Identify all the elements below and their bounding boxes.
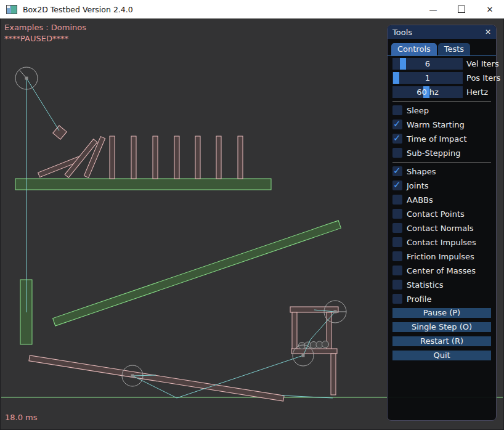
checkbox-row-contact-impulses[interactable]: Contact Impulses [392, 237, 491, 247]
checkbox-label: Shapes [407, 167, 436, 176]
checkbox-row-joints[interactable]: Joints [392, 181, 491, 190]
slider-row-hertz: 60 hzHertz [392, 86, 491, 98]
checkbox-friction-impulses[interactable] [392, 251, 402, 261]
checkbox-row-center-of-masses[interactable]: Center of Masses [392, 266, 491, 275]
window-controls: — ✕ [419, 0, 504, 18]
checkbox-row-time-of-impact[interactable]: Time of Impact [392, 134, 491, 144]
slider-row-vel-iters: 6Vel Iters [392, 58, 491, 70]
tools-close-icon[interactable]: ✕ [485, 28, 491, 36]
joint-anchor [131, 375, 134, 378]
checkbox-profile[interactable] [392, 294, 402, 304]
checkbox-label: Time of Impact [407, 134, 467, 144]
app-icon [6, 5, 17, 14]
standing-domino[interactable] [131, 136, 136, 179]
standing-domino[interactable] [238, 136, 243, 179]
checkbox-row-contact-points[interactable]: Contact Points [392, 209, 491, 219]
standing-domino[interactable] [110, 136, 115, 179]
tab-bar: ControlsTests [388, 39, 496, 56]
checkbox-time-of-impact[interactable] [392, 134, 402, 144]
slider-value: 6 [392, 58, 463, 70]
shelf-ball[interactable] [322, 341, 329, 348]
checkbox-label: Sub-Stepping [407, 148, 460, 158]
slider-value: 60 hz [392, 86, 463, 98]
tab-controls[interactable]: Controls [391, 43, 437, 55]
checkbox-warm-starting[interactable] [392, 120, 402, 129]
checkbox-contact-impulses[interactable] [392, 237, 402, 247]
checkbox-label: Center of Masses [407, 266, 476, 275]
quit-button[interactable]: Quit [392, 351, 491, 360]
tools-panel-title: Tools [392, 28, 412, 37]
joint-anchor [25, 77, 28, 80]
window-title: Box2D Testbed Version 2.4.0 [23, 5, 133, 14]
checkbox-sub-stepping[interactable] [392, 148, 402, 158]
standing-domino[interactable] [153, 136, 158, 179]
app-window: Box2D Testbed Version 2.4.0 — ✕ Examples… [0, 0, 504, 430]
checkbox-label: Friction Impulses [407, 252, 474, 261]
checkbox-shapes[interactable] [392, 166, 402, 176]
checkbox-row-warm-starting[interactable]: Warm Starting [392, 120, 491, 129]
checkbox-label: AABBs [407, 195, 433, 205]
checkbox-label: Warm Starting [407, 120, 465, 129]
checkbox-row-profile[interactable]: Profile [392, 294, 491, 304]
checkbox-sleep[interactable] [392, 105, 402, 115]
frame-lower-post[interactable] [331, 354, 336, 395]
single-step-o-button[interactable]: Single Step (O) [392, 322, 491, 332]
frame-shelf[interactable] [291, 349, 337, 354]
joint-anchor [334, 310, 337, 314]
joint-anchor [302, 354, 305, 357]
restart-r-button[interactable]: Restart (R) [392, 336, 491, 346]
checkbox-label: Contact Normals [407, 224, 474, 233]
checkbox-row-aabbs[interactable]: AABBs [392, 195, 491, 205]
separator [392, 162, 491, 163]
checkbox-label: Profile [407, 294, 431, 304]
joint-line [26, 78, 59, 131]
tools-panel: Tools ✕ ControlsTests 6Vel Iters1Pos Ite… [387, 25, 497, 421]
checkbox-label: Statistics [407, 280, 443, 290]
checkbox-label: Sleep [407, 106, 429, 115]
paused-label: ****PAUSED**** [4, 34, 68, 43]
pendulum-box[interactable] [53, 126, 67, 140]
slider-label: Pos Iters [466, 73, 500, 83]
checkbox-row-friction-impulses[interactable]: Friction Impulses [392, 251, 491, 261]
checkbox-aabbs[interactable] [392, 195, 402, 205]
standing-domino[interactable] [195, 136, 200, 179]
separator [392, 101, 491, 102]
tools-panel-titlebar[interactable]: Tools ✕ [388, 25, 496, 39]
slider-row-pos-iters: 1Pos Iters [392, 72, 491, 84]
checkbox-row-contact-normals[interactable]: Contact Normals [392, 223, 491, 233]
checkbox-contact-points[interactable] [392, 209, 402, 219]
maximize-glyph [458, 6, 465, 13]
slider-label: Vel Iters [466, 59, 499, 68]
pause-p-button[interactable]: Pause (P) [392, 308, 491, 318]
minimize-icon[interactable]: — [419, 0, 447, 18]
checkbox-label: Joints [407, 181, 429, 190]
standing-domino[interactable] [174, 136, 179, 179]
domino-platform [15, 179, 271, 190]
seesaw-plank[interactable] [29, 355, 284, 401]
frame-time-label: 18.0 ms [5, 413, 38, 422]
checkbox-row-sleep[interactable]: Sleep [392, 105, 491, 115]
frame-left-post[interactable] [292, 312, 297, 349]
checkbox-center-of-masses[interactable] [392, 266, 402, 275]
close-icon[interactable]: ✕ [476, 0, 504, 18]
checkbox-label: Contact Impulses [407, 238, 476, 247]
slider-value: 1 [392, 72, 463, 84]
checkbox-row-sub-stepping[interactable]: Sub-Stepping [392, 148, 491, 158]
standing-domino[interactable] [216, 136, 221, 179]
checkbox-joints[interactable] [392, 181, 402, 190]
checkbox-label: Contact Points [407, 209, 465, 219]
checkbox-statistics[interactable] [392, 280, 402, 290]
client-area: Examples : Dominos ****PAUSED**** 18.0 m… [0, 18, 504, 430]
checkbox-row-shapes[interactable]: Shapes [392, 166, 491, 176]
maximize-icon[interactable] [447, 0, 476, 18]
tools-panel-body: 6Vel Iters1Pos Iters60 hzHertz SleepWarm… [388, 56, 496, 360]
example-label: Examples : Dominos [4, 23, 86, 32]
window-titlebar: Box2D Testbed Version 2.4.0 — ✕ [0, 0, 504, 18]
tab-tests[interactable]: Tests [438, 43, 470, 55]
checkbox-row-statistics[interactable]: Statistics [392, 280, 491, 290]
checkbox-contact-normals[interactable] [392, 223, 402, 233]
slider-label: Hertz [466, 87, 488, 97]
